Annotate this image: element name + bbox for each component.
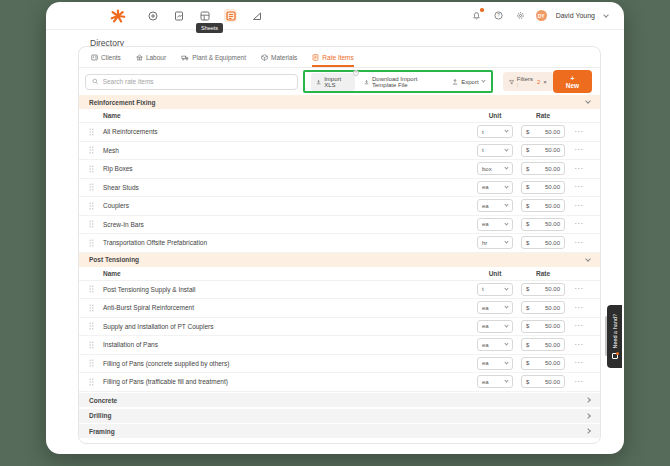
- row-menu-button[interactable]: ···: [572, 240, 586, 246]
- row-menu-button[interactable]: ···: [572, 305, 586, 311]
- rate-section: Post TensioningNameUnitRatePost Tensioni…: [79, 253, 600, 392]
- currency-symbol: $: [526, 166, 529, 172]
- drag-handle-icon[interactable]: [89, 322, 95, 330]
- tab-labour[interactable]: Labour: [136, 47, 166, 67]
- drag-handle-icon[interactable]: [89, 285, 95, 293]
- help-icon[interactable]: ?: [492, 9, 505, 22]
- currency-symbol: $: [526, 147, 529, 153]
- unit-select[interactable]: ea: [477, 357, 513, 370]
- user-menu-chevron-icon[interactable]: [603, 12, 609, 18]
- drag-handle-icon[interactable]: [89, 128, 95, 136]
- section-header[interactable]: Concrete: [79, 393, 600, 407]
- sheets-icon[interactable]: [198, 9, 211, 22]
- rate-input[interactable]: $50.00: [521, 162, 565, 175]
- rate-item-name: All Reinforcements: [103, 128, 477, 135]
- analytics-icon[interactable]: [250, 9, 263, 22]
- rate-input[interactable]: $50.00: [521, 357, 565, 370]
- unit-select[interactable]: ea: [477, 199, 513, 212]
- currency-symbol: $: [526, 342, 529, 348]
- section-header[interactable]: Post Tensioning: [79, 253, 600, 267]
- rate-item-name: Supply and Installation of PT Couplers: [103, 323, 477, 330]
- row-menu-button[interactable]: ···: [572, 342, 586, 348]
- need-help-tab[interactable]: Need a hand?: [607, 305, 622, 368]
- rate-input[interactable]: $50.00: [521, 236, 565, 249]
- chevron-down-icon: [504, 203, 508, 207]
- rate-input[interactable]: $50.00: [521, 181, 565, 194]
- notifications-icon[interactable]: [470, 9, 483, 22]
- drag-handle-icon[interactable]: [89, 202, 95, 210]
- unit-value: ea: [482, 221, 489, 227]
- rate-item-name: Anti-Burst Spiral Reinforcement: [103, 304, 477, 311]
- chevron-right-icon: [585, 397, 591, 403]
- unit-select[interactable]: ea: [477, 181, 513, 194]
- section-header[interactable]: Framing: [79, 424, 600, 438]
- drag-handle-icon[interactable]: [89, 165, 95, 173]
- unit-select[interactable]: t: [477, 283, 513, 296]
- table-row: Transportation Offsite Prefabricationhr$…: [79, 234, 600, 253]
- rate-input[interactable]: $50.00: [521, 301, 565, 314]
- row-menu-button[interactable]: ···: [572, 323, 586, 329]
- unit-select[interactable]: ea: [477, 338, 513, 351]
- unit-value: ea: [482, 379, 489, 385]
- drag-handle-icon[interactable]: [89, 220, 95, 228]
- row-menu-button[interactable]: ···: [572, 360, 586, 366]
- drag-handle-icon[interactable]: [89, 304, 95, 312]
- unit-select[interactable]: ea: [477, 320, 513, 333]
- rate-input[interactable]: $50.00: [521, 125, 565, 138]
- settings-gear-icon[interactable]: [514, 9, 527, 22]
- tab-label: Labour: [146, 54, 166, 61]
- drag-handle-icon[interactable]: [89, 239, 95, 247]
- unit-select[interactable]: ea: [477, 218, 513, 231]
- rate-input[interactable]: $50.00: [521, 218, 565, 231]
- unit-select[interactable]: box: [477, 162, 513, 175]
- unit-select[interactable]: ea: [477, 301, 513, 314]
- new-rate-item-button[interactable]: + New: [553, 70, 592, 93]
- drag-handle-icon[interactable]: [89, 359, 95, 367]
- app-logo-icon[interactable]: [110, 9, 126, 23]
- directory-icon[interactable]: [224, 9, 237, 22]
- section-header[interactable]: Drilling: [79, 409, 600, 423]
- rate-input[interactable]: $50.00: [521, 338, 565, 351]
- row-menu-button[interactable]: ···: [572, 166, 586, 172]
- rate-input[interactable]: $50.00: [521, 320, 565, 333]
- row-menu-button[interactable]: ···: [572, 286, 586, 292]
- filters-button[interactable]: Filters : 2 ×: [503, 72, 553, 91]
- rate-input[interactable]: $50.00: [521, 375, 565, 388]
- unit-select[interactable]: t: [477, 125, 513, 138]
- unit-select[interactable]: ea: [477, 375, 513, 388]
- rate-item-name: Installation of Pans: [103, 341, 477, 348]
- search-input[interactable]: [103, 78, 291, 85]
- tab-materials[interactable]: Materials: [261, 47, 297, 67]
- unit-select[interactable]: t: [477, 144, 513, 157]
- export-dropdown-button[interactable]: Export: [452, 79, 484, 85]
- table-row: Couplersea$50.00···: [79, 197, 600, 216]
- search-field[interactable]: [85, 74, 298, 90]
- rate-input[interactable]: $50.00: [521, 283, 565, 296]
- download-template-button[interactable]: Download Import Template File: [364, 76, 443, 88]
- import-xls-button[interactable]: Import XLS ?: [311, 73, 355, 91]
- add-circle-icon[interactable]: [146, 9, 159, 22]
- rate-input[interactable]: $50.00: [521, 144, 565, 157]
- rate-value: 50.00: [545, 286, 560, 292]
- row-menu-button[interactable]: ···: [572, 379, 586, 385]
- row-menu-button[interactable]: ···: [572, 221, 586, 227]
- row-menu-button[interactable]: ···: [572, 147, 586, 153]
- section-header[interactable]: Reinforcement Fixing: [79, 95, 600, 109]
- drag-handle-icon[interactable]: [89, 341, 95, 349]
- unit-select[interactable]: hr: [477, 236, 513, 249]
- drag-handle-icon[interactable]: [89, 378, 95, 386]
- tab-rate-items[interactable]: Rate Items: [312, 47, 353, 67]
- drag-handle-icon[interactable]: [89, 183, 95, 191]
- row-menu-button[interactable]: ···: [572, 203, 586, 209]
- tab-plant-equipment[interactable]: Plant & Equipment: [181, 47, 246, 67]
- drag-handle-icon[interactable]: [89, 146, 95, 154]
- column-header-rate: Rate: [521, 270, 565, 277]
- reports-icon[interactable]: [172, 9, 185, 22]
- unit-value: t: [482, 286, 484, 292]
- row-menu-button[interactable]: ···: [572, 129, 586, 135]
- clear-filters-icon[interactable]: ×: [543, 79, 547, 85]
- tab-clients[interactable]: Clients: [91, 47, 121, 67]
- rate-input[interactable]: $50.00: [521, 199, 565, 212]
- user-avatar[interactable]: DY: [536, 10, 547, 21]
- row-menu-button[interactable]: ···: [572, 184, 586, 190]
